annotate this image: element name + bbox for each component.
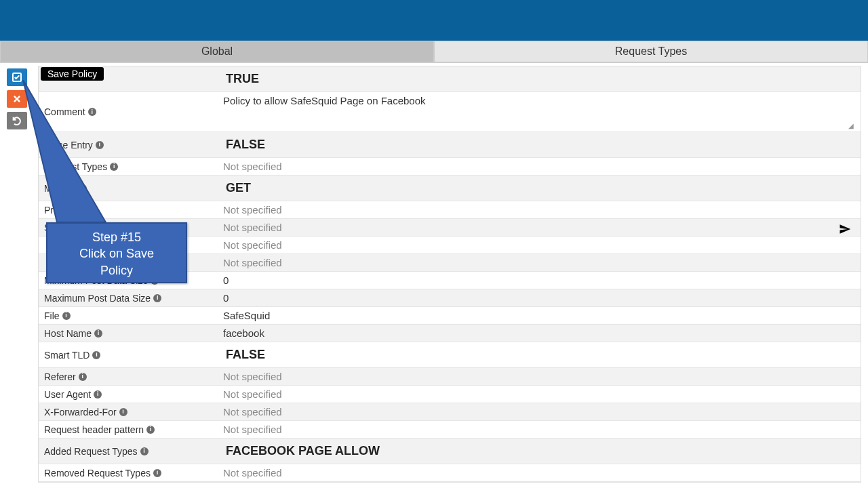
field-value[interactable]: Not specified — [214, 368, 861, 385]
field-value-text: Not specified — [223, 257, 282, 268]
field-label-text: Host Name — [44, 328, 92, 339]
field-label-text: Request header pattern — [44, 424, 144, 435]
field-value[interactable]: Not specified — [214, 386, 861, 403]
form-row: Removed Request TypesiNot specified — [39, 464, 861, 482]
form-row: FileiSafeSquid — [39, 307, 861, 325]
field-label: Added Request Typesi — [39, 439, 214, 464]
form-row: Smart TLDiFALSE — [39, 342, 861, 368]
field-label-text: Added Request Types — [44, 446, 138, 457]
info-icon[interactable]: i — [140, 447, 149, 455]
field-label: Removed Request Typesi — [39, 464, 214, 481]
field-value[interactable]: 0 — [214, 272, 861, 289]
field-label: X-Forwarded-Fori — [39, 403, 214, 420]
field-value-text: Not specified — [223, 371, 282, 382]
form-row: MethodiGET — [39, 176, 861, 201]
info-icon[interactable]: i — [153, 469, 161, 477]
field-value[interactable]: SafeSquid — [214, 307, 861, 324]
field-value[interactable]: Not specified — [214, 201, 861, 218]
field-value[interactable]: Not specified — [214, 421, 861, 438]
info-icon[interactable]: i — [62, 312, 71, 320]
field-value[interactable]: facebook — [214, 325, 861, 342]
field-value-text: Not specified — [223, 467, 282, 479]
form-row: Request header patterniNot specified — [39, 421, 861, 439]
callout-line-3: Policy — [52, 262, 182, 279]
tab-global[interactable]: Global — [0, 41, 434, 62]
form-row: X-Forwarded-ForiNot specified — [39, 403, 861, 421]
svg-marker-1 — [23, 80, 106, 222]
field-value-text: Not specified — [223, 204, 282, 216]
info-icon[interactable]: i — [146, 426, 155, 434]
form-row: User AgentiNot specified — [39, 386, 861, 403]
info-icon[interactable]: i — [119, 408, 127, 416]
form-row: Maximum Post Data Sizei0 — [39, 289, 861, 307]
top-banner — [0, 0, 868, 41]
field-value-text: FALSE — [226, 138, 265, 151]
callout-arrow — [18, 80, 153, 236]
info-icon[interactable]: i — [94, 329, 102, 338]
form-row: Host Nameifacebook — [39, 325, 861, 342]
form-row: Trace EntryiFALSE — [39, 132, 861, 158]
field-value[interactable]: Not specified — [214, 464, 861, 481]
info-icon[interactable]: i — [79, 373, 87, 381]
field-label: Maximum Post Data Sizei — [39, 289, 214, 306]
field-value-text: 0 — [223, 274, 229, 286]
field-value-text: FACEBOOK PAGE ALLOW — [226, 444, 380, 458]
field-value-text: Not specified — [223, 222, 282, 233]
form-row: RefereriNot specified — [39, 368, 861, 386]
field-value[interactable]: Not specified — [214, 237, 861, 253]
form-row: Request TypesiNot specified — [39, 158, 861, 176]
info-icon[interactable]: i — [92, 351, 100, 359]
field-label-text: X-Forwarded-For — [44, 407, 117, 418]
field-value[interactable]: FACEBOOK PAGE ALLOW — [214, 439, 861, 464]
field-value[interactable]: 0 — [214, 289, 861, 306]
field-label-text: Maximum Post Data Size — [44, 293, 151, 304]
field-value-text: Policy to allow SafeSquid Page on Facebo… — [223, 95, 426, 106]
field-label-text: Referer — [44, 371, 76, 382]
field-value[interactable]: FALSE — [214, 132, 861, 157]
info-icon[interactable]: i — [94, 390, 102, 399]
callout-line-1: Step #15 — [52, 229, 182, 245]
tabs-bar: Global Request Types — [0, 41, 868, 63]
field-value-text: TRUE — [226, 72, 259, 85]
field-value-text: facebook — [223, 327, 264, 339]
callout-line-2: Click on Save — [52, 245, 182, 262]
field-label-text: User Agent — [44, 389, 91, 400]
field-value-text: 0 — [223, 292, 229, 304]
field-label: Refereri — [39, 368, 214, 385]
field-value[interactable]: Not specified — [214, 403, 861, 420]
field-value[interactable]: GET — [214, 176, 861, 201]
field-label: Smart TLDi — [39, 342, 214, 367]
field-value-text: Not specified — [223, 161, 282, 172]
field-value[interactable]: Not specified — [214, 158, 861, 175]
field-value[interactable]: FALSE — [214, 342, 861, 367]
field-label: Request header patterni — [39, 421, 214, 438]
form-row: TRUE — [39, 66, 861, 92]
field-label: Host Namei — [39, 325, 214, 342]
field-value[interactable]: Not specified — [214, 219, 861, 236]
field-label: Filei — [39, 307, 214, 324]
field-label-text: Removed Request Types — [44, 468, 151, 479]
field-value-text: Not specified — [223, 406, 282, 418]
save-tooltip: Save Policy — [41, 67, 104, 81]
send-icon[interactable] — [839, 223, 851, 237]
instruction-callout: Step #15 Click on Save Policy — [46, 222, 187, 283]
field-value-text: Not specified — [223, 388, 282, 400]
field-value[interactable]: TRUE — [214, 66, 861, 92]
info-icon[interactable]: i — [153, 294, 161, 302]
field-label-text: File — [44, 310, 60, 321]
resize-handle-icon[interactable]: ◢ — [848, 122, 855, 129]
form-row: ProtocoliNot specified — [39, 201, 861, 219]
form-row: CommentiPolicy to allow SafeSquid Page o… — [39, 92, 861, 132]
field-value-text: Not specified — [223, 239, 282, 251]
tab-request-types[interactable]: Request Types — [434, 41, 868, 62]
field-label: User Agenti — [39, 386, 214, 403]
field-label-text: Smart TLD — [44, 350, 90, 361]
form-row: Added Request TypesiFACEBOOK PAGE ALLOW — [39, 439, 861, 464]
field-value[interactable]: Policy to allow SafeSquid Page on Facebo… — [214, 92, 861, 131]
field-value[interactable]: Not specified — [214, 254, 861, 271]
field-value-text: Not specified — [223, 424, 282, 435]
field-value-text: SafeSquid — [223, 310, 270, 321]
field-value-text: GET — [226, 181, 251, 195]
field-value-text: FALSE — [226, 348, 265, 361]
